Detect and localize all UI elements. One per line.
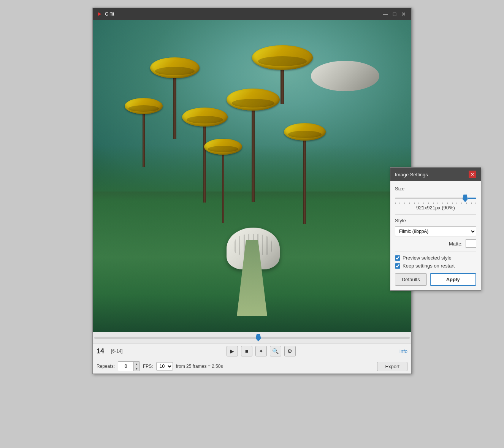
tick-16	[466, 203, 467, 204]
platform-stem-3	[143, 114, 145, 167]
play-button[interactable]: ▶	[227, 346, 238, 356]
size-slider[interactable]	[395, 198, 476, 199]
frame-info: from 25 frames = 2.50s	[176, 364, 374, 369]
size-label: Size	[395, 186, 476, 192]
keep-settings-checkbox[interactable]	[395, 263, 400, 269]
timeline-thumb[interactable]	[256, 334, 261, 342]
settings-content: Size 921x921px (90%) Style	[390, 181, 481, 290]
app-window: Giffit — □ ✕	[92, 8, 412, 374]
matte-color-picker[interactable]	[466, 239, 476, 248]
tick-18	[475, 203, 476, 204]
info-link[interactable]: info	[399, 348, 407, 354]
close-button[interactable]: ✕	[400, 10, 407, 18]
keep-settings-checkbox-row: Keep settings on restart	[395, 263, 476, 269]
style-label: Style	[395, 218, 476, 223]
tick-5	[414, 203, 415, 204]
repeats-input[interactable]	[118, 362, 133, 371]
tick-2	[399, 203, 400, 204]
apply-button[interactable]: Apply	[430, 273, 476, 286]
title-bar: Giffit — □ ✕	[93, 8, 411, 20]
style-row: Filmic (8bppA) None Filmic (24bpp) High …	[395, 226, 476, 236]
settings-title: Image Settings	[395, 172, 428, 177]
preview-checkbox-row: Preview selected style	[395, 255, 476, 261]
platform-top-1	[150, 57, 200, 78]
repeats-up-button[interactable]: ▲	[133, 362, 139, 366]
platform-top-4	[182, 108, 228, 127]
platform-3	[125, 98, 163, 167]
defaults-button[interactable]: Defaults	[395, 273, 427, 286]
platform-top-7	[204, 139, 242, 155]
tick-10	[437, 203, 438, 204]
maximize-button[interactable]: □	[391, 10, 398, 18]
platform-stem-6	[303, 141, 306, 224]
timeline-track[interactable]	[94, 337, 410, 339]
matte-row: Matte:	[395, 239, 476, 248]
magic-button[interactable]: ✦	[255, 346, 267, 356]
frame-range: [6-14]	[111, 348, 123, 354]
tick-7	[423, 203, 424, 204]
platform-stem-1	[173, 78, 176, 139]
preview-checkbox[interactable]	[395, 255, 400, 261]
gear-button[interactable]: ⚙	[284, 346, 296, 356]
repeats-label: Repeats:	[97, 364, 115, 369]
export-row: Repeats: ▲ ▼ FPS: 10 5 8 12 15 20 24 30 …	[93, 359, 411, 374]
tick-4	[409, 203, 410, 204]
scene-container	[93, 20, 411, 332]
settings-header: Image Settings ✕	[390, 168, 481, 181]
tick-3	[404, 203, 405, 204]
platform-top-6	[284, 123, 326, 141]
flying-saucer	[311, 61, 379, 91]
tick-1	[395, 203, 396, 204]
platform-top-3	[125, 98, 163, 114]
minimize-button[interactable]: —	[382, 10, 389, 18]
platform-stem-5	[252, 111, 255, 202]
controls-bar: 14 [6-14] ▶ ■ ✦ 🔍 ⚙ info	[93, 343, 411, 359]
slider-ticks	[395, 202, 476, 205]
app-title: Giffit	[105, 11, 382, 17]
fps-select[interactable]: 10 5 8 12 15 20 24 30	[156, 362, 173, 370]
style-select[interactable]: Filmic (8bppA) None Filmic (24bpp) High …	[395, 226, 476, 236]
platform-6	[284, 123, 326, 224]
platform-top-2	[252, 45, 313, 70]
timeline-area[interactable]	[93, 332, 411, 343]
search-button[interactable]: 🔍	[270, 346, 281, 356]
settings-close-button[interactable]: ✕	[469, 171, 476, 178]
settings-actions: Defaults Apply	[395, 273, 476, 286]
app-icon	[97, 11, 103, 17]
platform-stem-2	[281, 70, 284, 104]
platform-stem-7	[222, 155, 224, 223]
tick-6	[418, 203, 419, 204]
tick-12	[447, 203, 448, 204]
image-canvas	[93, 20, 411, 332]
repeats-spinners: ▲ ▼	[133, 362, 139, 371]
repeats-down-button[interactable]: ▼	[133, 366, 139, 371]
current-frame: 14	[97, 347, 108, 355]
tick-15	[461, 203, 462, 204]
fps-label: FPS:	[143, 364, 153, 369]
platform-7	[204, 139, 242, 223]
tick-14	[456, 203, 457, 204]
tick-9	[433, 203, 434, 204]
size-display: 921x921px (90%)	[395, 205, 476, 211]
image-settings-panel: Image Settings ✕ Size 921x921	[390, 167, 481, 291]
export-button[interactable]: Export	[377, 362, 407, 371]
matte-label: Matte:	[449, 241, 463, 247]
tick-8	[428, 203, 429, 204]
tick-13	[452, 203, 453, 204]
window-controls: — □ ✕	[382, 10, 407, 18]
style-divider	[395, 214, 476, 215]
keep-settings-label: Keep settings on restart	[403, 263, 455, 269]
options-divider	[395, 252, 476, 252]
tick-17	[471, 203, 472, 204]
platform-top-5	[227, 89, 280, 111]
preview-label: Preview selected style	[403, 255, 452, 261]
repeats-input-wrapper: ▲ ▼	[118, 361, 140, 371]
tick-11	[442, 203, 443, 204]
size-slider-wrapper	[395, 195, 476, 200]
stop-button[interactable]: ■	[241, 346, 252, 356]
